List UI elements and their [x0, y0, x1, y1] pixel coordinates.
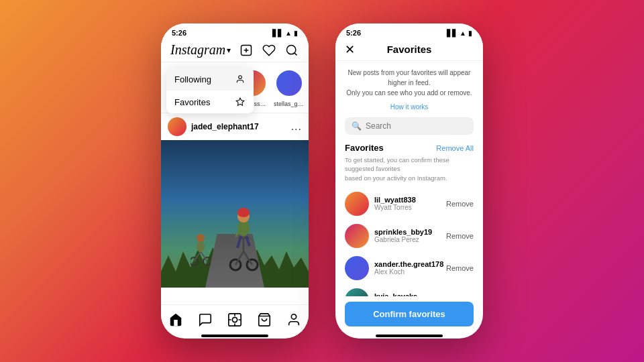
fav-user-1-remove[interactable]: Remove — [446, 200, 474, 208]
fav-user-1-realname: Wyatt Torres — [374, 204, 416, 211]
search-nav-icon[interactable] — [284, 43, 299, 58]
dropdown-following[interactable]: Following — [166, 68, 254, 90]
screen-title: Favorites — [387, 44, 432, 55]
signal-icon-2: ▋▋ — [447, 29, 458, 37]
wifi-icon: ▲ — [285, 29, 292, 37]
post-username[interactable]: jaded_elephant17 — [191, 122, 259, 131]
svg-line-17 — [246, 236, 250, 246]
nav-messenger[interactable] — [197, 312, 213, 328]
star-icon — [235, 97, 246, 107]
fav-user-2-avatar — [345, 224, 369, 248]
fav-user-3-username[interactable]: xander.the.great178 — [374, 260, 443, 268]
fav-user-4-info: kyia_kayaks Kyra Marie — [345, 288, 417, 296]
dropdown-favorites[interactable]: Favorites — [166, 90, 254, 113]
svg-point-3 — [287, 45, 296, 54]
svg-point-32 — [291, 314, 296, 319]
nav-profile[interactable] — [286, 312, 302, 328]
svg-marker-6 — [236, 98, 244, 105]
fav-user-4: kyia_kayaks Kyra Marie Remove — [345, 284, 474, 296]
instagram-logo: Instagram — [170, 42, 225, 58]
post-user: jaded_elephant17 — [168, 117, 259, 136]
status-icons-1: ▋▋ ▲ ▮ — [272, 29, 298, 37]
search-icon: 🔍 — [352, 121, 362, 131]
fav-user-1: lil_wyatt838 Wyatt Torres Remove — [345, 188, 474, 220]
fav-user-1-username[interactable]: lil_wyatt838 — [374, 196, 416, 204]
svg-point-26 — [232, 317, 237, 322]
fav-user-3: xander.the.great178 Alex Koch Remove — [345, 252, 474, 284]
fav-user-4-username[interactable]: kyia_kayaks — [374, 292, 417, 296]
fav-user-3-names: xander.the.great178 Alex Koch — [374, 260, 443, 276]
status-icons-2: ▋▋ ▲ ▮ — [447, 29, 472, 37]
fav-user-3-realname: Alex Koch — [374, 268, 443, 276]
phone-2: 5:26 ▋▋ ▲ ▮ ✕ Favorites New posts from y… — [335, 23, 483, 339]
favorites-body: New posts from your favorites will appea… — [335, 61, 483, 296]
status-time-2: 5:26 — [346, 29, 361, 37]
story-3[interactable]: stellas_gr0... — [274, 68, 305, 107]
fav-user-2: sprinkles_bby19 Gabriela Perez Remove — [345, 220, 474, 252]
post-header: jaded_elephant17 ... — [161, 113, 309, 140]
svg-line-16 — [237, 236, 241, 248]
favorites-section-header: Favorites Remove All — [345, 143, 474, 153]
add-post-icon[interactable] — [239, 43, 254, 58]
fav-user-4-names: kyia_kayaks Kyra Marie — [374, 292, 417, 296]
fav-user-1-info: lil_wyatt838 Wyatt Torres — [345, 192, 416, 216]
wifi-icon-2: ▲ — [460, 29, 466, 37]
fav-user-2-realname: Gabriela Perez — [374, 236, 432, 243]
svg-point-23 — [197, 234, 205, 242]
phone-1: 5:26 ▋▋ ▲ ▮ Instagram ▾ — [161, 23, 309, 339]
bottom-nav — [161, 304, 309, 332]
feed-dropdown: Following Favorites — [166, 68, 254, 113]
fav-user-1-names: lil_wyatt838 Wyatt Torres — [374, 196, 416, 211]
status-time-1: 5:26 — [172, 29, 186, 37]
close-button[interactable]: ✕ — [345, 42, 355, 57]
logo-chevron[interactable]: ▾ — [227, 46, 231, 55]
nav-shop[interactable] — [256, 312, 272, 328]
battery-icon: ▮ — [294, 29, 298, 37]
heart-icon[interactable] — [262, 43, 276, 58]
remove-all-button[interactable]: Remove All — [436, 144, 474, 152]
nav-home[interactable] — [168, 312, 184, 328]
home-indicator — [201, 335, 268, 337]
story-3-label: stellas_gr0... — [274, 101, 305, 107]
header-icons — [239, 43, 299, 58]
favorites-label: Favorites — [174, 97, 210, 107]
post-image — [161, 140, 309, 288]
battery-icon-2: ▮ — [468, 29, 472, 37]
fav-user-2-remove[interactable]: Remove — [446, 232, 474, 240]
phone1-header: Instagram ▾ — [161, 40, 309, 62]
search-box[interactable]: 🔍 — [345, 117, 474, 135]
fav-user-3-remove[interactable]: Remove — [446, 264, 474, 272]
svg-point-24 — [197, 241, 205, 252]
svg-point-15 — [237, 208, 250, 217]
status-bar-1: 5:26 ▋▋ ▲ ▮ — [161, 23, 309, 40]
search-input[interactable] — [366, 121, 467, 131]
confirm-favorites-button[interactable]: Confirm favorites — [345, 302, 474, 326]
post-more-icon[interactable]: ... — [291, 121, 302, 133]
fav-user-4-avatar — [345, 288, 369, 296]
favorites-section-desc: To get started, you can confirm these su… — [345, 156, 474, 182]
fav-user-2-username[interactable]: sprinkles_bby19 — [374, 228, 432, 236]
fav-user-3-avatar — [345, 256, 369, 280]
nav-reels[interactable] — [227, 312, 243, 328]
fav-user-1-avatar — [345, 192, 369, 216]
svg-point-5 — [239, 76, 242, 79]
info-text: New posts from your favorites will appea… — [345, 68, 474, 98]
fav-user-2-info: sprinkles_bby19 Gabriela Perez — [345, 224, 432, 248]
favorites-section-title: Favorites — [345, 143, 384, 153]
fav-user-2-names: sprinkles_bby19 Gabriela Perez — [374, 228, 432, 243]
person-icon — [235, 74, 246, 84]
home-indicator-2 — [376, 335, 443, 337]
logo-area: Instagram ▾ — [170, 42, 231, 58]
post-avatar — [168, 117, 186, 136]
svg-line-4 — [294, 52, 297, 55]
fav-user-3-info: xander.the.great178 Alex Koch — [345, 256, 443, 280]
following-label: Following — [174, 74, 211, 84]
status-bar-2: 5:26 ▋▋ ▲ ▮ — [335, 23, 483, 40]
favorites-header: ✕ Favorites — [335, 40, 483, 61]
signal-icon: ▋▋ — [272, 29, 283, 37]
how-it-works-link[interactable]: How it works — [345, 103, 474, 111]
